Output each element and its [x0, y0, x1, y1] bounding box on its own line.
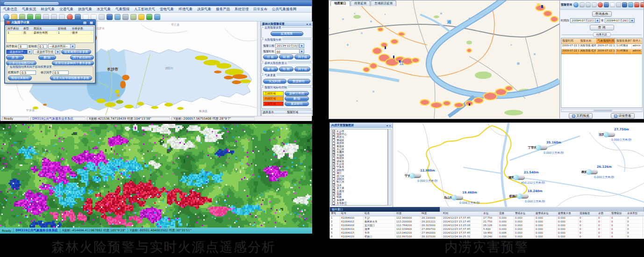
layer-checkbox[interactable]: [332, 205, 335, 206]
factor-count-input[interactable]: 8: [18, 44, 28, 49]
layer-checkbox[interactable]: [332, 169, 335, 171]
data-plot-button[interactable]: 数据标绘: [287, 79, 311, 84]
date-to-picker[interactable]: 2009年07月29日: [605, 18, 635, 23]
detail-view-button[interactable]: 详情查看: [611, 113, 635, 119]
menu-item[interactable]: 系统管理: [235, 7, 249, 12]
column-header[interactable]: 站名: [364, 212, 395, 216]
column-header[interactable]: 警戒水位: [514, 212, 535, 216]
hydrology-station[interactable]: 宁乡 12.980m 0.000立方米/秒: [412, 173, 421, 179]
query-condition-button[interactable]: 查询条件: [592, 11, 612, 17]
factor-table[interactable]: 因子类别类型图层名影响值分析参数 1面森林分布图1缓冲: [6, 26, 94, 43]
column-header[interactable]: 流量: [498, 212, 514, 216]
map-tab[interactable]: 地图窗口: [330, 0, 350, 6]
zoom-percent-icon[interactable]: [616, 2, 621, 7]
layer-checkbox[interactable]: [332, 133, 335, 136]
analyze-button[interactable]: 分 析: [263, 55, 278, 59]
menu-item[interactable]: 决策气象: [197, 7, 211, 12]
menu-item[interactable]: 服务产品: [216, 7, 230, 12]
add-button[interactable]: 添 加: [6, 55, 24, 60]
column-header[interactable]: 预警雨量类型: [615, 38, 632, 43]
column-header[interactable]: 涨落幅度: [579, 212, 597, 216]
column-header[interactable]: 超警最大值: [557, 212, 579, 216]
table-row[interactable]: 2009-07-22 1...风险等级:橙色...2009-07-22 1...…: [561, 44, 642, 49]
dialog-titlebar[interactable]: 火险因子计算: [5, 20, 95, 25]
impact-input[interactable]: 0.1: [38, 44, 47, 49]
column-header[interactable]: 经度: [395, 212, 421, 216]
export-icon[interactable]: [130, 14, 136, 20]
hydrology-station[interactable]: 窑路口 18.240m 0.000立方米/秒: [519, 194, 529, 200]
doc-icon[interactable]: [610, 2, 615, 7]
factor-value-button[interactable]: 因子值: [294, 67, 310, 71]
column-header[interactable]: 操作人: [632, 38, 642, 43]
layer-checkbox[interactable]: [332, 178, 335, 180]
hydrology-station[interactable]: 汨罗 27.750m 0.000立方米/秒: [606, 132, 615, 138]
image-icon[interactable]: [628, 2, 633, 7]
layer-checkbox[interactable]: [332, 166, 335, 169]
table-row[interactable]: 561084015朱亭113.04920027.9600002014/12/23…: [330, 231, 644, 235]
print-icon[interactable]: [122, 14, 129, 20]
delete-button[interactable]: 删 除: [285, 96, 309, 101]
layer-checkbox[interactable]: [332, 193, 335, 195]
table-row[interactable]: 1面森林分布图1缓冲: [7, 31, 93, 35]
map-tab[interactable]: 主城易涝监测: [371, 0, 396, 6]
layer-list-scrollbar[interactable]: [388, 129, 392, 206]
assign-button[interactable]: 因子赋值标绘: [70, 55, 94, 60]
common-params-button[interactable]: 设置通用分析参数: [61, 50, 91, 54]
column-header[interactable]: 水势: [597, 212, 610, 216]
menu-item[interactable]: 气象信息: [3, 7, 17, 12]
menu-item[interactable]: 水文气象: [97, 7, 111, 12]
hydrology-station[interactable]: 乌山坝 19.460m 0.006立方米/秒: [454, 195, 463, 201]
menu-item[interactable]: 日常发布: [253, 7, 267, 12]
close-icon[interactable]: [89, 21, 93, 25]
chart-icon[interactable]: [154, 14, 160, 20]
column-header[interactable]: 超警戒水位: [535, 212, 557, 216]
layer-select[interactable]: --请选择图层--: [48, 44, 75, 49]
table-row[interactable]: 261084002株树桥水库113.20000028.2011112014/12…: [330, 220, 644, 224]
layer-checkbox[interactable]: [332, 139, 335, 142]
column-header[interactable]: 预警级别: [610, 212, 626, 216]
make-map-button[interactable]: 制 图: [279, 55, 294, 59]
rs-image[interactable]: [0, 124, 312, 228]
monitor-warning-button[interactable]: 监测预警: [271, 31, 303, 36]
table-row[interactable]: 161084000长沙112.98000028.1900002014/12/23…: [330, 216, 644, 220]
layers-icon[interactable]: [622, 2, 627, 7]
table-row[interactable]: 2009-07-22 1...风险等级:红色2009-07-22 1...3小时…: [561, 49, 642, 54]
map-tab[interactable]: 雨量监测: [351, 0, 370, 6]
warning-date-combo[interactable]: 2013年10月15日: [275, 43, 304, 48]
minimize-icon[interactable]: [83, 21, 87, 25]
display-params-button[interactable]: 设置综合森林因子显示参数: [52, 61, 94, 65]
column-header[interactable]: 预警时间: [561, 38, 580, 43]
edit-map-icon[interactable]: [114, 14, 121, 20]
layer-checkbox[interactable]: [332, 142, 335, 145]
weight-input[interactable]: 0.5: [20, 71, 36, 75]
flood-map-viewport[interactable]: 汨罗 27.750m 0.000立方米/秒 丁字湾 35.160m 0.000立…: [393, 123, 644, 207]
menu-item[interactable]: 人工影响天气: [134, 7, 155, 12]
layer-checkbox[interactable]: [332, 175, 335, 178]
layer-checkbox[interactable]: [332, 136, 335, 139]
menu-item[interactable]: 公共气象服务网: [272, 7, 297, 12]
layer-checkbox[interactable]: [332, 196, 335, 199]
forecast-plot-button[interactable]: 预报结果标绘: [8, 76, 32, 80]
column-header[interactable]: 水体类型: [626, 212, 643, 216]
doc-preview-button[interactable]: 文档预览: [569, 113, 593, 119]
column-header[interactable]: 预警名称: [580, 38, 597, 43]
menu-item[interactable]: 气象实况: [22, 7, 36, 12]
close-icon[interactable]: [640, 2, 644, 7]
table-row[interactable]: 461084010湘潭112.93440027.8697002014/12/23…: [330, 228, 644, 231]
hydrology-station[interactable]: 丁字湾 35.160m 0.000立方米/秒: [538, 145, 547, 151]
date-from-picker[interactable]: 2009年07月22日: [570, 18, 600, 23]
zoom-in-icon[interactable]: [580, 2, 585, 7]
factor-select[interactable]: --请选择因子--: [6, 50, 32, 54]
column-header[interactable]: 时间: [442, 212, 482, 216]
zoom-percent-icon[interactable]: [99, 14, 105, 20]
factor-value-button[interactable]: 因子值: [294, 55, 310, 59]
hydrology-station[interactable]: 株洲 26.126m 0.000立方米/秒: [588, 170, 598, 175]
panel-close-icon[interactable]: ▾ ×: [307, 22, 311, 26]
panel-collapse-close-icons[interactable]: ▾ ×: [386, 124, 391, 127]
menu-item[interactable]: 环境气象: [179, 7, 193, 12]
table-row[interactable]: 361084008宣河渡口112.76420028.3030002014/12/…: [330, 224, 644, 228]
query-button[interactable]: 查 询: [590, 25, 614, 30]
remove-icon[interactable]: [634, 2, 639, 7]
plot-button[interactable]: 绘 图: [279, 67, 294, 71]
warning-results-table[interactable]: 预警时间预警名称气象预报时间预警雨量类型操作人 2009-07-22 1...风…: [561, 38, 643, 108]
